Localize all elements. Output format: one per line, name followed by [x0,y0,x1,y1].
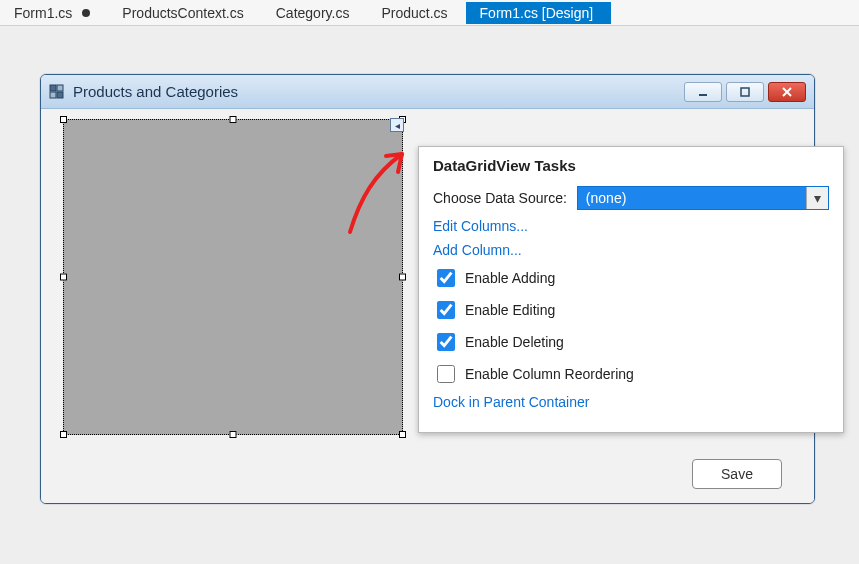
tab-label: Form1.cs [Design] [480,5,594,21]
add-column-link[interactable]: Add Column... [433,242,522,258]
enable-editing-label: Enable Editing [465,302,555,318]
edit-columns-link[interactable]: Edit Columns... [433,218,528,234]
form-title: Products and Categories [73,83,238,100]
selection-handle[interactable] [399,274,406,281]
tab-label: Category.cs [276,5,350,21]
dropdown-toggle[interactable]: ▾ [806,187,828,209]
tab-label: Form1.cs [14,5,72,21]
tab-form1-cs[interactable]: Form1.cs [0,2,108,24]
choose-data-source-label: Choose Data Source: [433,190,567,206]
enable-adding-label: Enable Adding [465,270,555,286]
chevron-left-icon: ◂ [395,120,400,131]
smart-tag-glyph[interactable]: ◂ [390,118,404,132]
svg-rect-3 [57,92,63,98]
datagridview-control[interactable]: ◂ [63,119,403,435]
choose-data-source-row: Choose Data Source: (none) ▾ [433,186,829,210]
close-icon [781,86,793,98]
unsaved-indicator-icon [82,9,90,17]
enable-adding-checkbox[interactable] [437,269,455,287]
enable-editing-checkbox[interactable] [437,301,455,319]
save-button[interactable]: Save [692,459,782,489]
enable-reordering-checkbox[interactable] [437,365,455,383]
maximize-button[interactable] [726,82,764,102]
tab-form1-design[interactable]: Form1.cs [Design] [466,2,612,24]
selection-handle[interactable] [60,274,67,281]
close-button[interactable] [768,82,806,102]
data-source-dropdown[interactable]: (none) ▾ [577,186,829,210]
data-source-value: (none) [578,187,806,209]
minimize-button[interactable] [684,82,722,102]
dock-in-parent-link[interactable]: Dock in Parent Container [433,394,589,410]
enable-deleting-checkbox[interactable] [437,333,455,351]
enable-reordering-label: Enable Column Reordering [465,366,634,382]
svg-rect-5 [741,88,749,96]
svg-rect-1 [57,85,63,91]
tab-productscontext-cs[interactable]: ProductsContext.cs [108,2,261,24]
tab-label: Product.cs [381,5,447,21]
selection-handle[interactable] [60,431,67,438]
svg-rect-2 [50,92,56,98]
minimize-icon [697,86,709,98]
selection-handle[interactable] [230,116,237,123]
selection-handle[interactable] [230,431,237,438]
form-icon [49,84,65,100]
chevron-down-icon: ▾ [814,190,821,206]
tab-category-cs[interactable]: Category.cs [262,2,368,24]
window-control-buttons [684,82,806,102]
save-button-label: Save [721,466,753,482]
selection-handle[interactable] [60,116,67,123]
tasks-panel-title: DataGridView Tasks [433,157,829,174]
tab-label: ProductsContext.cs [122,5,243,21]
selection-handle[interactable] [399,431,406,438]
datagridview-tasks-panel: DataGridView Tasks Choose Data Source: (… [418,146,844,433]
maximize-icon [739,86,751,98]
document-tabstrip: Form1.cs ProductsContext.cs Category.cs … [0,0,859,26]
svg-rect-0 [50,85,56,91]
tab-product-cs[interactable]: Product.cs [367,2,465,24]
designer-surface: Products and Categories [0,26,859,564]
form-titlebar: Products and Categories [41,75,814,109]
enable-deleting-label: Enable Deleting [465,334,564,350]
